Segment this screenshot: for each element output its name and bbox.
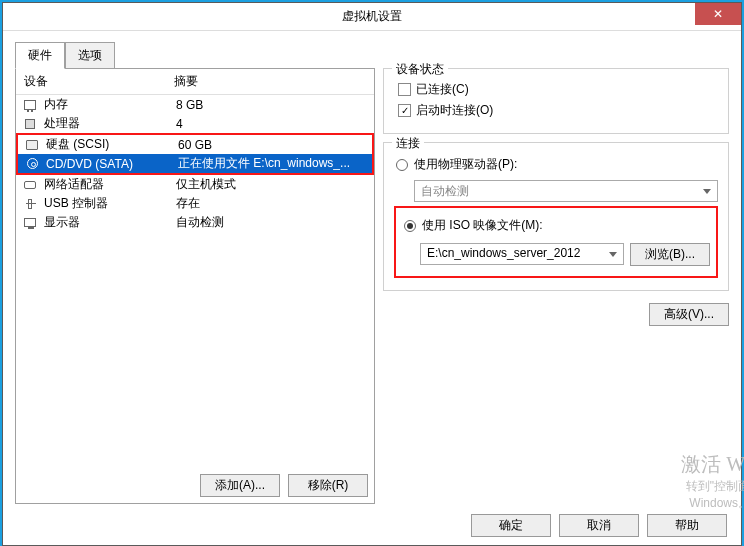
tab-options[interactable]: 选项 <box>65 42 115 69</box>
close-icon: ✕ <box>713 7 723 21</box>
main-row: 设备 摘要 内存 8 GB 处理器 4 <box>15 68 729 504</box>
tab-hardware[interactable]: 硬件 <box>15 42 65 69</box>
connected-row[interactable]: 已连接(C) <box>394 79 718 100</box>
tab-strip: 硬件 选项 <box>15 41 729 68</box>
device-summary: 8 GB <box>176 98 368 112</box>
connect-poweron-label: 启动时连接(O) <box>416 102 493 119</box>
remove-device-button[interactable]: 移除(R) <box>288 474 368 497</box>
device-summary: 仅主机模式 <box>176 176 368 193</box>
ok-button[interactable]: 确定 <box>471 514 551 537</box>
content-area: 硬件 选项 设备 摘要 内存 8 GB 处理器 <box>3 31 741 545</box>
status-group: 设备状态 已连接(C) ✓ 启动时连接(O) <box>383 68 729 134</box>
iso-highlight: 使用 ISO 映像文件(M): E:\cn_windows_server_201… <box>394 206 718 278</box>
connect-poweron-row[interactable]: ✓ 启动时连接(O) <box>394 100 718 121</box>
add-device-button[interactable]: 添加(A)... <box>200 474 280 497</box>
device-name: 显示器 <box>44 214 176 231</box>
highlight-disk-cd: 硬盘 (SCSI) 60 GB CD/DVD (SATA) 正在使用文件 E:\… <box>16 133 374 175</box>
col-device: 设备 <box>24 73 174 90</box>
iso-path-combo[interactable]: E:\cn_windows_server_2012 <box>420 243 624 265</box>
device-row-disk[interactable]: 硬盘 (SCSI) 60 GB <box>18 135 372 154</box>
connect-poweron-checkbox[interactable]: ✓ <box>398 104 411 117</box>
usb-icon <box>22 197 38 211</box>
disk-icon <box>24 138 40 152</box>
connected-label: 已连接(C) <box>416 81 469 98</box>
iso-radio-row[interactable]: 使用 ISO 映像文件(M): <box>402 214 710 237</box>
connection-group-title: 连接 <box>392 135 424 152</box>
network-icon <box>22 178 38 192</box>
titlebar: 虚拟机设置 ✕ <box>3 3 741 31</box>
dialog-footer: 确定 取消 帮助 <box>15 504 729 537</box>
device-header: 设备 摘要 <box>16 69 374 95</box>
device-row-cpu[interactable]: 处理器 4 <box>16 114 374 133</box>
device-row-network[interactable]: 网络适配器 仅主机模式 <box>16 175 374 194</box>
device-name: 内存 <box>44 96 176 113</box>
physical-radio-row[interactable]: 使用物理驱动器(P): <box>394 153 718 176</box>
cancel-button[interactable]: 取消 <box>559 514 639 537</box>
device-summary: 60 GB <box>178 138 366 152</box>
device-summary: 自动检测 <box>176 214 368 231</box>
device-list[interactable]: 内存 8 GB 处理器 4 硬盘 (SCSI) 60 GB <box>16 95 374 468</box>
physical-label: 使用物理驱动器(P): <box>414 156 517 173</box>
memory-icon <box>22 98 38 112</box>
status-group-title: 设备状态 <box>392 61 448 78</box>
advanced-button[interactable]: 高级(V)... <box>649 303 729 326</box>
iso-inner: E:\cn_windows_server_2012 浏览(B)... <box>402 243 710 266</box>
browse-button[interactable]: 浏览(B)... <box>630 243 710 266</box>
device-summary: 存在 <box>176 195 368 212</box>
advanced-row: 高级(V)... <box>383 299 729 326</box>
device-name: CD/DVD (SATA) <box>46 157 178 171</box>
connected-checkbox[interactable] <box>398 83 411 96</box>
device-name: USB 控制器 <box>44 195 176 212</box>
iso-radio[interactable] <box>404 220 416 232</box>
device-panel: 设备 摘要 内存 8 GB 处理器 4 <box>15 68 375 504</box>
physical-radio[interactable] <box>396 159 408 171</box>
device-name: 网络适配器 <box>44 176 176 193</box>
physical-drive-combo[interactable]: 自动检测 <box>414 180 718 202</box>
device-row-display[interactable]: 显示器 自动检测 <box>16 213 374 232</box>
window-title: 虚拟机设置 <box>342 8 402 25</box>
device-summary: 4 <box>176 117 368 131</box>
cd-icon <box>24 157 40 171</box>
close-button[interactable]: ✕ <box>695 3 741 25</box>
iso-label: 使用 ISO 映像文件(M): <box>422 217 543 234</box>
device-row-usb[interactable]: USB 控制器 存在 <box>16 194 374 213</box>
right-panel: 设备状态 已连接(C) ✓ 启动时连接(O) 连接 使用物理驱动器(P): <box>383 68 729 504</box>
cpu-icon <box>22 117 38 131</box>
device-name: 硬盘 (SCSI) <box>46 136 178 153</box>
device-row-cddvd[interactable]: CD/DVD (SATA) 正在使用文件 E:\cn_windows_... <box>18 154 372 173</box>
physical-combo-wrap: 自动检测 <box>394 180 718 202</box>
col-summary: 摘要 <box>174 73 366 90</box>
vm-settings-window: 虚拟机设置 ✕ 硬件 选项 设备 摘要 内存 8 GB <box>2 2 742 546</box>
connection-group: 连接 使用物理驱动器(P): 自动检测 使用 ISO 映像文件(M): <box>383 142 729 291</box>
device-name: 处理器 <box>44 115 176 132</box>
device-summary: 正在使用文件 E:\cn_windows_... <box>178 155 366 172</box>
help-button[interactable]: 帮助 <box>647 514 727 537</box>
display-icon <box>22 216 38 230</box>
device-row-memory[interactable]: 内存 8 GB <box>16 95 374 114</box>
device-footer: 添加(A)... 移除(R) <box>16 468 374 503</box>
